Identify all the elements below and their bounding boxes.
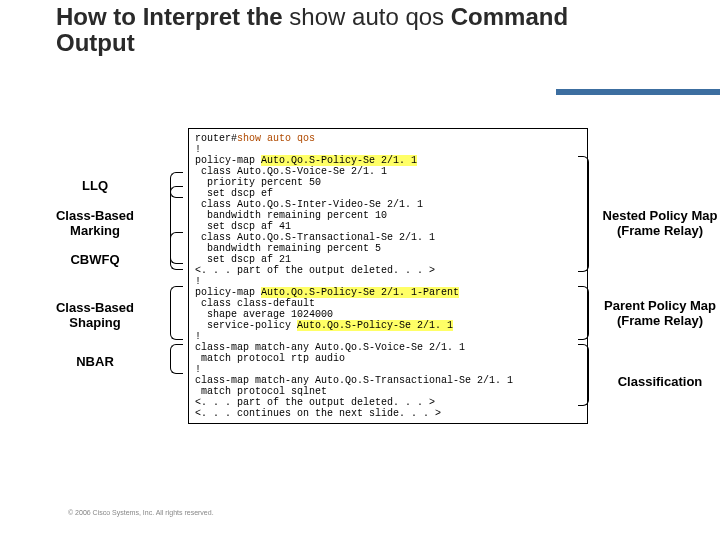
accent-stripe	[0, 0, 720, 6]
code-l14: !	[195, 276, 201, 287]
code-l21: match protocol rtp audio	[195, 353, 345, 364]
brace-icon	[170, 186, 183, 264]
code-l15b: Auto.Qo.S-Policy-Se 2/1. 1-Parent	[261, 287, 459, 298]
code-l13: <. . . part of the output deleted. . . >	[195, 265, 435, 276]
label-nested-policy-map: Nested Policy Map (Frame Relay)	[590, 208, 720, 238]
code-l9: set dscp af 41	[195, 221, 291, 232]
code-l12: set dscp af 21	[195, 254, 291, 265]
code-l26: <. . . continues on the next slide. . . …	[195, 408, 441, 419]
label-llq: LLQ	[20, 178, 170, 193]
code-l15a: policy-map	[195, 287, 261, 298]
code-l7: class Auto.Qo.S-Inter-Video-Se 2/1. 1	[195, 199, 423, 210]
title-part3: Command	[451, 3, 568, 30]
code-l3b: Auto.Qo.S-Policy-Se 2/1. 1	[261, 155, 417, 166]
label-class-based-shaping: Class-Based Shaping	[20, 300, 170, 330]
code-l16: class class-default	[195, 298, 315, 309]
code-l20: class-map match-any Auto.Qo.S-Voice-Se 2…	[195, 342, 465, 353]
title-part2: show auto qos	[289, 3, 450, 30]
label-classification: Classification	[590, 374, 720, 389]
label-nbar: NBAR	[20, 354, 170, 369]
label-cbwfq: CBWFQ	[20, 252, 170, 267]
code-l3a: policy-map	[195, 155, 261, 166]
code-l25: <. . . part of the output deleted. . . >	[195, 397, 435, 408]
code-l19: !	[195, 331, 201, 342]
code-l18b: Auto.Qo.S-Policy-Se 2/1. 1	[297, 320, 453, 331]
code-l6: set dscp ef	[195, 188, 273, 199]
label-parent-policy-map: Parent Policy Map (Frame Relay)	[590, 298, 720, 328]
brace-icon	[170, 232, 183, 270]
code-l22: !	[195, 364, 201, 375]
code-l10: class Auto.Qo.S-Transactional-Se 2/1. 1	[195, 232, 435, 243]
code-l5: priority percent 50	[195, 177, 321, 188]
code-l4: class Auto.Qo.S-Voice-Se 2/1. 1	[195, 166, 387, 177]
brace-icon	[170, 286, 183, 340]
code-l1a: router#	[195, 133, 237, 144]
title-block: How to Interpret the show auto qos Comma…	[0, 0, 720, 57]
label-class-based-marking: Class-Based Marking	[20, 208, 170, 238]
code-l18a: service-policy	[195, 320, 297, 331]
page-title: How to Interpret the show auto qos Comma…	[56, 4, 720, 57]
code-l2: !	[195, 144, 201, 155]
code-l1b: show auto qos	[237, 133, 315, 144]
code-l8: bandwidth remaining percent 10	[195, 210, 387, 221]
code-l23: class-map match-any Auto.Qo.S-Transactio…	[195, 375, 513, 386]
code-l24: match protocol sqlnet	[195, 386, 327, 397]
title-part4: Output	[56, 29, 135, 56]
brace-icon	[170, 344, 183, 374]
copyright-footer: © 2006 Cisco Systems, Inc. All rights re…	[68, 509, 214, 516]
title-part1: How to Interpret the	[56, 3, 289, 30]
brace-icon	[170, 172, 183, 198]
code-l11: bandwidth remaining percent 5	[195, 243, 381, 254]
cli-output-box: router#show auto qos ! policy-map Auto.Q…	[188, 128, 588, 424]
code-l17: shape average 1024000	[195, 309, 333, 320]
